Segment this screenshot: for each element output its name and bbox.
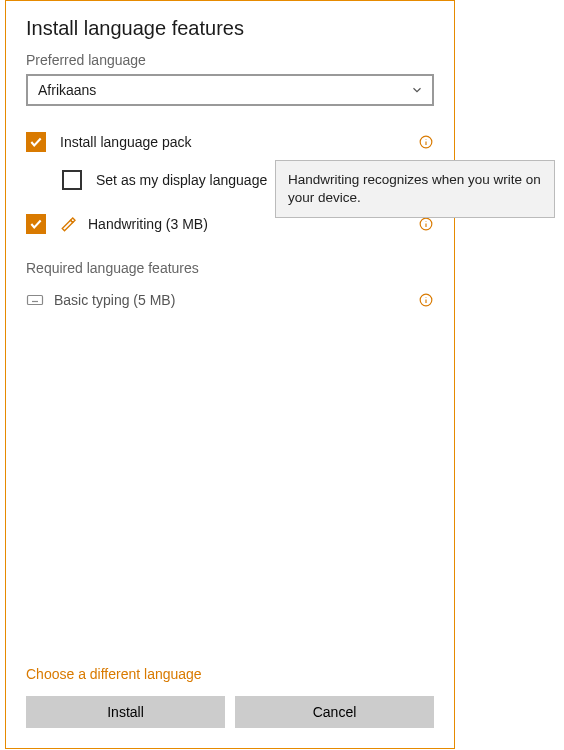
cancel-button[interactable]: Cancel	[235, 696, 434, 728]
checkbox-handwriting[interactable]	[26, 214, 46, 234]
feature-label: Install language pack	[60, 134, 418, 150]
install-button[interactable]: Install	[26, 696, 225, 728]
language-select-value: Afrikaans	[38, 82, 96, 98]
preferred-language-label: Preferred language	[26, 52, 434, 68]
language-select[interactable]: Afrikaans	[26, 74, 434, 106]
spacer	[26, 326, 434, 666]
required-features-label: Required language features	[26, 260, 434, 276]
checkbox-language-pack[interactable]	[26, 132, 46, 152]
info-icon[interactable]	[418, 134, 434, 150]
install-language-dialog: Install language features Preferred lang…	[5, 0, 455, 749]
dialog-title: Install language features	[26, 17, 434, 40]
info-icon[interactable]	[418, 292, 434, 308]
chevron-down-icon	[410, 83, 424, 97]
choose-different-language-link[interactable]: Choose a different language	[26, 666, 434, 682]
keyboard-icon	[26, 291, 44, 309]
feature-row-language-pack: Install language pack	[26, 130, 434, 154]
tooltip-text: Handwriting recognizes when you write on…	[288, 172, 541, 205]
tooltip: Handwriting recognizes when you write on…	[275, 160, 555, 218]
button-bar: Install Cancel	[26, 696, 434, 728]
handwriting-icon	[60, 215, 78, 233]
svg-rect-6	[28, 296, 43, 305]
checkbox-display-language[interactable]	[62, 170, 82, 190]
required-feature-label: Basic typing (5 MB)	[54, 292, 418, 308]
required-row-basic-typing: Basic typing (5 MB)	[26, 288, 434, 312]
